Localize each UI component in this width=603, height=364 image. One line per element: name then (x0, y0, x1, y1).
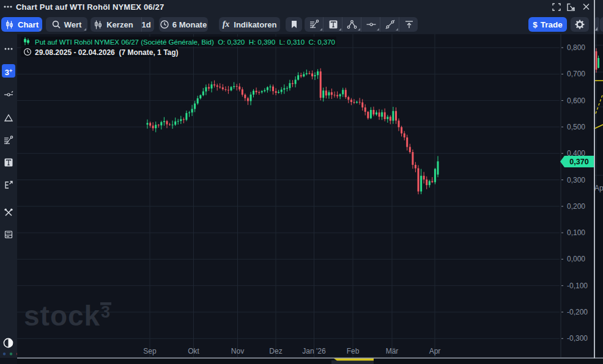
svg-text:Mär: Mär (386, 347, 399, 355)
svg-text:stock: stock (24, 300, 100, 332)
svg-text:0,370: 0,370 (569, 158, 588, 166)
svg-text:Jan '26: Jan '26 (302, 347, 326, 355)
svg-text:Sep: Sep (143, 347, 157, 355)
svg-text:Apr: Apr (594, 184, 603, 192)
svg-text:-0,100: -0,100 (567, 282, 588, 290)
svg-text:29.08.2025 - 02.04.2026 (7 Mo: 29.08.2025 - 02.04.2026 (7 Monate, 1 Tag… (35, 48, 179, 57)
svg-text:0,300: 0,300 (567, 176, 585, 184)
svg-text:Okt: Okt (188, 347, 199, 355)
svg-text:0,700: 0,700 (567, 70, 585, 78)
svg-text:Nov: Nov (231, 347, 244, 355)
svg-text:3: 3 (101, 303, 110, 321)
svg-text:0,100: 0,100 (567, 228, 585, 237)
svg-text:0,200: 0,200 (567, 202, 585, 211)
svg-text:0,800: 0,800 (567, 43, 585, 52)
svg-text:0,000: 0,000 (567, 255, 585, 263)
svg-text:Dez: Dez (269, 347, 282, 355)
svg-text:0,500: 0,500 (567, 123, 585, 131)
svg-text:0,600: 0,600 (567, 96, 585, 105)
svg-text:-0,300: -0,300 (567, 334, 588, 343)
svg-text:Feb: Feb (347, 347, 360, 355)
svg-text:Apr: Apr (429, 347, 441, 355)
svg-text:Put auf WTI Rohöl NYMEX 06/27: Put auf WTI Rohöl NYMEX 06/27 (Société G… (35, 38, 335, 46)
svg-text:-0,200: -0,200 (567, 308, 588, 316)
